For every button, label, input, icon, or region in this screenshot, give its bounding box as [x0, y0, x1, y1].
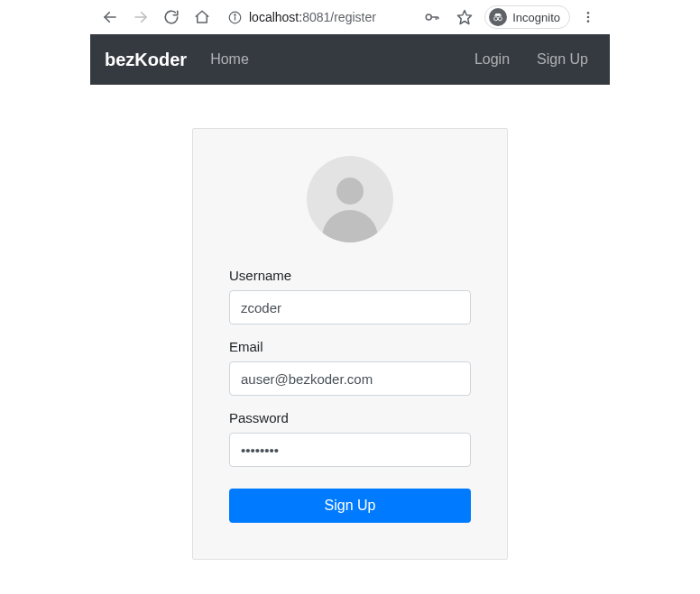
home-icon[interactable] — [189, 5, 215, 30]
bookmark-star-icon[interactable] — [452, 5, 477, 30]
svg-marker-9 — [458, 11, 472, 24]
forward-icon[interactable] — [128, 5, 153, 30]
avatar-placeholder-icon — [307, 156, 393, 242]
nav-link-login[interactable]: Login — [467, 44, 517, 75]
email-label: Email — [229, 339, 471, 354]
browser-menu-icon[interactable] — [577, 10, 599, 24]
reload-icon[interactable] — [159, 5, 184, 30]
svg-point-4 — [234, 14, 235, 14]
email-input[interactable] — [229, 361, 471, 396]
password-label: Password — [229, 410, 471, 425]
site-info-icon[interactable] — [227, 10, 242, 24]
page-content: Username Email Password Sign Up — [0, 85, 700, 560]
address-bar[interactable]: localhost:8081/register — [220, 5, 414, 30]
brand-logo[interactable]: bezKoder — [105, 50, 187, 70]
svg-point-5 — [426, 14, 431, 20]
app-navbar: bezKoder Home Login Sign Up — [90, 34, 610, 85]
username-group: Username — [229, 268, 471, 324]
incognito-icon — [489, 8, 507, 26]
password-group: Password — [229, 410, 471, 467]
svg-point-15 — [587, 20, 590, 23]
username-label: Username — [229, 268, 471, 283]
back-icon[interactable] — [97, 5, 123, 30]
svg-point-13 — [587, 12, 590, 14]
url-text: localhost:8081/register — [249, 10, 376, 24]
incognito-label: Incognito — [512, 11, 560, 24]
register-card: Username Email Password Sign Up — [192, 128, 508, 560]
key-icon[interactable] — [419, 5, 445, 30]
nav-link-signup[interactable]: Sign Up — [530, 44, 595, 75]
signup-button[interactable]: Sign Up — [229, 489, 471, 523]
avatar-container — [229, 156, 471, 242]
svg-point-10 — [494, 17, 498, 21]
email-group: Email — [229, 339, 471, 396]
password-input[interactable] — [229, 433, 471, 467]
browser-toolbar: localhost:8081/register Incognito — [90, 0, 610, 34]
svg-point-14 — [587, 16, 590, 19]
incognito-indicator[interactable]: Incognito — [484, 5, 570, 29]
username-input[interactable] — [229, 290, 471, 324]
nav-link-home[interactable]: Home — [203, 44, 256, 75]
svg-point-11 — [499, 17, 502, 21]
